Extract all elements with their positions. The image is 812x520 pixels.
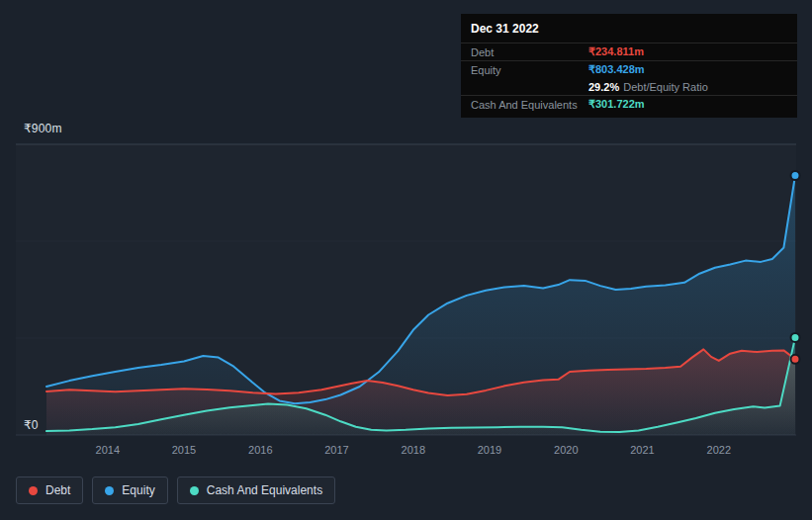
chart-tooltip: Dec 31 2022 Debt ₹234.811m Equity ₹803.4…	[461, 14, 797, 118]
tooltip-equity-row: Equity ₹803.428m	[461, 60, 797, 78]
legend-debt-label: Debt	[45, 483, 70, 497]
x-tick-2016: 2016	[248, 444, 272, 456]
cash-and-equivalents-end-dot	[791, 333, 800, 342]
debt-equity-chart-screen: 201420152016201720182019202020212022 ₹90…	[0, 0, 812, 520]
tooltip-cash-row: Cash And Equivalents ₹301.722m	[461, 95, 797, 113]
tooltip-equity-value: ₹803.428m	[588, 63, 645, 76]
tooltip-date: Dec 31 2022	[461, 14, 797, 43]
x-tick-2022: 2022	[707, 444, 731, 456]
x-tick-2019: 2019	[478, 444, 501, 456]
debt-equity-ratio-value: 29.2%	[588, 81, 619, 93]
tooltip-cash-value: ₹301.722m	[588, 98, 645, 111]
x-tick-2018: 2018	[402, 444, 425, 456]
x-tick-2014: 2014	[96, 444, 120, 456]
legend-cash-dot	[190, 486, 199, 495]
tooltip-ratio-value-group: 29.2%Debt/Equity Ratio	[588, 81, 708, 93]
legend-equity-dot	[105, 486, 114, 495]
x-tick-2017: 2017	[324, 444, 348, 456]
tooltip-debt-value: ₹234.811m	[588, 45, 644, 58]
x-tick-2015: 2015	[172, 444, 196, 456]
y-axis-label-max: ₹900m	[24, 122, 62, 135]
chart-legend: Debt Equity Cash And Equivalents	[16, 477, 335, 504]
tooltip-cash-label: Cash And Equivalents	[471, 99, 588, 111]
equity-end-dot	[791, 171, 800, 180]
tooltip-equity-label: Equity	[471, 64, 588, 76]
tooltip-debt-label: Debt	[471, 46, 588, 58]
debt-equity-ratio-label: Debt/Equity Ratio	[623, 81, 708, 93]
x-tick-2021: 2021	[630, 444, 654, 456]
legend-cash-label: Cash And Equivalents	[207, 483, 322, 497]
legend-debt-button[interactable]: Debt	[16, 477, 83, 504]
y-axis-label-zero: ₹0	[24, 418, 39, 432]
legend-equity-label: Equity	[122, 483, 154, 497]
legend-cash-button[interactable]: Cash And Equivalents	[177, 477, 335, 504]
debt-end-dot	[791, 355, 800, 364]
tooltip-debt-row: Debt ₹234.811m	[461, 43, 797, 60]
legend-debt-dot	[29, 486, 38, 495]
x-tick-2020: 2020	[554, 444, 578, 456]
legend-equity-button[interactable]: Equity	[92, 477, 167, 504]
tooltip-ratio-row: 29.2%Debt/Equity Ratio	[461, 78, 797, 95]
